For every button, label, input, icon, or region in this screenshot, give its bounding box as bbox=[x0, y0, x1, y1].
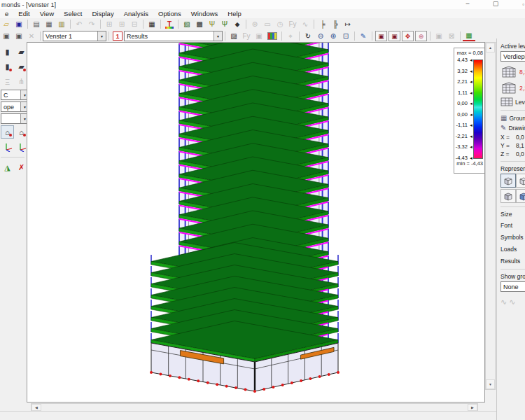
measure-icon[interactable]: ✎ bbox=[357, 31, 370, 41]
vertical-scrollbar[interactable]: ▲ ▼ bbox=[485, 42, 496, 390]
ground-plan-icon: ▦ bbox=[500, 114, 507, 122]
chart-colors-icon[interactable] bbox=[267, 32, 277, 40]
red-accent-dot bbox=[9, 134, 12, 136]
scroll-up-icon[interactable]: ▲ bbox=[486, 43, 495, 52]
results-selector[interactable]: Results▼ bbox=[124, 31, 223, 41]
representation-hidden-line-button[interactable] bbox=[516, 174, 525, 188]
results-window-icon[interactable]: ▧ bbox=[181, 19, 193, 29]
menu-item-options[interactable]: Options bbox=[153, 10, 186, 18]
representation-rendered-button[interactable] bbox=[516, 189, 525, 203]
view-solid-icon[interactable]: ▣ bbox=[375, 31, 387, 41]
menubar: eEditViewSelectDisplayAnalysisOptionsWin… bbox=[0, 9, 525, 19]
show-groups-select[interactable]: None ▼ bbox=[500, 281, 525, 292]
horizontal-scroll-track[interactable] bbox=[41, 404, 468, 411]
snap-grid-icon[interactable]: ▦ bbox=[146, 19, 158, 29]
level-manager-row[interactable]: Level m bbox=[500, 97, 525, 106]
rotate-view-icon[interactable]: ↻ bbox=[302, 31, 314, 41]
menu-item-select[interactable]: Select bbox=[59, 10, 87, 18]
preview-pink-icon: ▣ bbox=[253, 31, 265, 41]
legend-body: 4,43 ◄3,32 ◄2,21 ◄1,11 ◄0,00 ◄0,00 ◄-1,1… bbox=[456, 57, 483, 160]
drawing-row[interactable]: ✎ Drawing bbox=[500, 124, 525, 132]
left-panel-row: ⌂⌂ bbox=[1, 125, 28, 139]
table-results-icon[interactable]: ▦ bbox=[463, 31, 475, 41]
toolbar-separator bbox=[70, 20, 71, 29]
menu-item-display[interactable]: Display bbox=[88, 10, 119, 18]
render-icon[interactable]: ▨ bbox=[227, 31, 240, 41]
close-button[interactable]: ▫ bbox=[522, 1, 524, 8]
table-icon[interactable]: ▩ bbox=[193, 19, 206, 29]
drop-icon[interactable]: ⬥ bbox=[231, 19, 244, 29]
zoom-in-icon[interactable]: ⊕ bbox=[327, 31, 340, 41]
print-settings-icon[interactable]: ▥ bbox=[55, 19, 68, 29]
align-mid-icon[interactable]: ╠ bbox=[329, 19, 342, 29]
menu-item-view[interactable]: View bbox=[35, 10, 59, 18]
legend-arrow-icon: ◄ bbox=[469, 91, 473, 95]
representation-shaded-button[interactable] bbox=[500, 189, 516, 203]
menu-item-analysis[interactable]: Analysis bbox=[119, 10, 153, 18]
size-label: Loads bbox=[500, 246, 525, 253]
tuning-icon[interactable]: Ψ bbox=[206, 19, 218, 29]
size-title: Size bbox=[500, 211, 525, 218]
vertical-scroll-track[interactable] bbox=[486, 52, 495, 379]
scroll-down-icon[interactable]: ▼ bbox=[486, 379, 495, 389]
building-levels-icon[interactable] bbox=[500, 65, 517, 79]
chevron-down-icon: ▼ bbox=[97, 31, 106, 41]
menu-item-e[interactable]: e bbox=[0, 10, 13, 18]
draw-beam-icon[interactable]: ▮ bbox=[1, 46, 14, 59]
coordinate-row-y: Y =8,1 bbox=[500, 142, 525, 149]
zoom-out-icon[interactable]: ⊖ bbox=[314, 31, 327, 41]
minimize-button[interactable]: – bbox=[463, 0, 472, 7]
save-icon[interactable]: ▣ bbox=[13, 19, 25, 29]
maximize-button[interactable]: ▢ bbox=[491, 0, 500, 7]
window-selector[interactable]: Venster 1▼ bbox=[43, 31, 106, 41]
toolbar-view: ▣▣✕Venster 1▼1Results▼▨Fy▣⌖↻⊖⊕⊡✎▣▣✥⊕▣⊠▦ bbox=[0, 30, 525, 43]
cascade-windows-icon[interactable]: ▣ bbox=[0, 31, 13, 41]
text-colors-icon[interactable]: T bbox=[163, 19, 176, 29]
tuning-green-icon[interactable]: Ψ bbox=[218, 19, 231, 29]
align-left-icon[interactable]: ╞ bbox=[316, 19, 329, 29]
print-preview-icon[interactable]: ▤ bbox=[30, 19, 43, 29]
building-3d-model[interactable] bbox=[27, 43, 484, 402]
left-filter-select-2-value: ope bbox=[4, 104, 14, 111]
divider bbox=[500, 269, 525, 270]
toolbar-separator bbox=[100, 20, 101, 29]
left-filter-select-1-value: C bbox=[4, 92, 8, 99]
open-icon[interactable]: ▱ bbox=[0, 19, 13, 29]
align-send-icon[interactable]: ↦ bbox=[342, 19, 354, 29]
left-filter-select-3[interactable]: ▼ bbox=[1, 113, 29, 124]
ground-plan-row[interactable]: ▦ Ground bbox=[500, 114, 525, 122]
print-icon[interactable]: ▦ bbox=[43, 19, 55, 29]
level-manager-icon bbox=[500, 97, 513, 106]
active-level-select[interactable]: Verdieping 1 ▼ bbox=[500, 51, 525, 62]
pin-icon: ⌖ bbox=[284, 31, 297, 41]
results-selector-value: Results bbox=[127, 33, 148, 40]
beam-props-icon[interactable]: ▮ bbox=[1, 60, 14, 74]
view-deform-icon[interactable]: ✥ bbox=[402, 31, 414, 41]
left-filter-select-2[interactable]: ope▼ bbox=[1, 102, 29, 112]
axes-a-icon[interactable] bbox=[1, 140, 14, 153]
view-inspect-icon[interactable]: ⊕ bbox=[415, 31, 427, 41]
building-level-icon[interactable] bbox=[500, 81, 517, 95]
tile-windows-icon[interactable]: ▣ bbox=[13, 31, 25, 41]
legend-tick-label: -1,11 ◄ bbox=[456, 122, 473, 128]
show-groups-title: Show groups bbox=[500, 273, 525, 280]
page-number-icon[interactable]: 1 bbox=[113, 31, 122, 41]
toolbar-separator bbox=[372, 31, 372, 41]
menu-item-edit[interactable]: Edit bbox=[13, 10, 34, 18]
toolbar-separator bbox=[178, 20, 178, 29]
zoom-fit-icon[interactable]: ⊡ bbox=[340, 31, 352, 41]
view-wire-icon[interactable]: ▣ bbox=[388, 31, 400, 41]
divider bbox=[500, 161, 525, 162]
storey-view-icon[interactable]: ⌂ bbox=[1, 125, 14, 139]
scroll-left-icon[interactable]: ◀ bbox=[31, 404, 41, 411]
diagram-icon[interactable]: ◮ bbox=[1, 161, 14, 174]
slab-display-icons: ∿∿ bbox=[500, 298, 525, 307]
representation-wireframe-button[interactable] bbox=[500, 174, 516, 188]
show-groups-value: None bbox=[503, 284, 519, 290]
menu-item-windows[interactable]: Windows bbox=[186, 10, 223, 18]
sections-icon: Ξ bbox=[1, 75, 14, 88]
model-canvas[interactable]: max = 0,08 4,43 ◄3,32 ◄2,21 ◄1,11 ◄0,00 … bbox=[27, 42, 485, 402]
left-filter-select-1[interactable]: C▼ bbox=[1, 90, 29, 100]
scroll-right-icon[interactable]: ▶ bbox=[468, 404, 477, 411]
menu-item-help[interactable]: Help bbox=[223, 10, 246, 18]
